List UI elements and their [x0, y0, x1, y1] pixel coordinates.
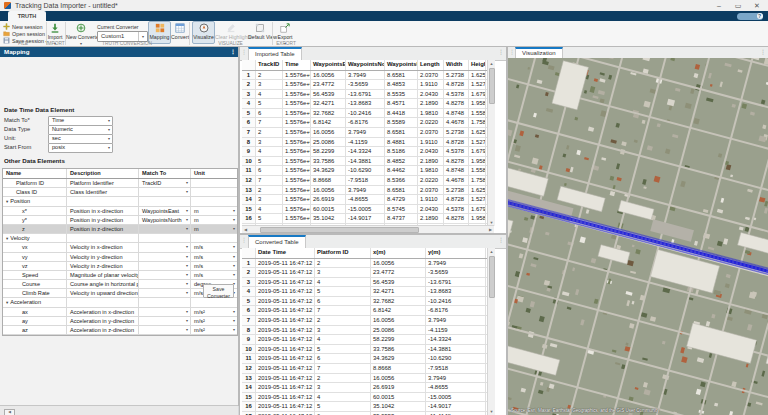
- cell[interactable]: 8.8668: [311, 176, 346, 185]
- cell[interactable]: 8.5186: [385, 147, 418, 156]
- table-row[interactable]: 1651.5576e+0935.1042-14.90178.47372.1890…: [242, 214, 487, 224]
- cell[interactable]: 1.5576e+09: [283, 138, 311, 147]
- cell[interactable]: 1.5576e+09: [283, 195, 311, 204]
- chevron-down-icon[interactable]: ▾: [233, 243, 235, 251]
- unit-cell[interactable]: m▾: [191, 207, 237, 215]
- match-to-cell[interactable]: ▾: [139, 262, 191, 270]
- cell[interactable]: 1.6790: [469, 90, 486, 99]
- cell[interactable]: 1.5576e+09: [283, 80, 311, 89]
- table-row[interactable]: 102019-05-11 16:47:12533.7586-14.3881: [242, 345, 487, 355]
- cell[interactable]: 2019-05-11 16:47:12: [256, 326, 315, 335]
- cell[interactable]: -4.8655: [426, 383, 486, 392]
- column-header[interactable]: Date Time: [256, 248, 315, 258]
- cell[interactable]: 1.6790: [469, 147, 486, 156]
- cell[interactable]: 1.5576e+09: [283, 214, 311, 223]
- cell[interactable]: 1.9580: [469, 214, 486, 223]
- cell[interactable]: 16.0056: [311, 128, 346, 137]
- cell[interactable]: -10.2416: [426, 297, 486, 306]
- cell[interactable]: 4.5378: [444, 90, 469, 99]
- cell[interactable]: -10.6290: [426, 354, 486, 363]
- cell[interactable]: 4.8728: [444, 138, 469, 147]
- cell[interactable]: -13.6791: [346, 90, 385, 99]
- cell[interactable]: 6: [256, 109, 283, 118]
- cell[interactable]: 8.4853: [385, 80, 418, 89]
- match-to-cell[interactable]: ▾: [139, 188, 191, 196]
- cell[interactable]: 1.5576e+09: [283, 128, 311, 137]
- cell[interactable]: 6: [256, 166, 283, 175]
- cell[interactable]: 8.8668: [371, 364, 426, 373]
- table-row[interactable]: 72019-05-11 16:47:12216.00563.7949: [242, 316, 487, 326]
- chevron-down-icon[interactable]: ▾: [233, 253, 235, 261]
- scroll-down-icon[interactable]: ▼: [488, 408, 495, 415]
- collapse-caret-icon[interactable]: ▾: [6, 199, 8, 204]
- table-row[interactable]: 941.5576e+0958.2299-14.33248.51862.04304…: [242, 147, 487, 157]
- cell[interactable]: 56.4539: [311, 90, 346, 99]
- cell[interactable]: 2: [315, 259, 371, 268]
- column-header[interactable]: Platform ID: [315, 248, 371, 258]
- cell[interactable]: 8.6581: [385, 128, 418, 137]
- cell[interactable]: 1.5270: [469, 80, 486, 89]
- chevron-down-icon[interactable]: ▾: [233, 308, 235, 316]
- tab-truth[interactable]: TRUTH: [8, 11, 46, 21]
- mapping-row[interactable]: azAcceleration in z-direction▾m/s²▾: [3, 326, 237, 335]
- scrollbar-thumb[interactable]: [489, 256, 495, 298]
- cell[interactable]: 3: [315, 268, 371, 277]
- cell[interactable]: 5: [315, 345, 371, 354]
- cell[interactable]: 33.7586: [371, 345, 426, 354]
- cell[interactable]: 2.0430: [418, 90, 444, 99]
- table-row[interactable]: 42019-05-11 16:47:12532.4271-13.8683: [242, 287, 487, 297]
- cell[interactable]: -13.6791: [426, 278, 486, 287]
- cell[interactable]: 2: [256, 186, 283, 195]
- chevron-down-icon[interactable]: ▾: [233, 326, 235, 334]
- chevron-down-icon[interactable]: ▾: [108, 126, 110, 134]
- table-row[interactable]: 132019-05-11 16:47:12216.00563.7949: [242, 374, 487, 384]
- cell[interactable]: 4.5378: [444, 147, 469, 156]
- cell[interactable]: 2019-05-11 16:47:12: [256, 393, 315, 402]
- close-icon[interactable]: ✕: [748, 0, 766, 11]
- cell[interactable]: 3.7949: [346, 186, 385, 195]
- cell[interactable]: 56.4539: [371, 278, 426, 287]
- cell[interactable]: 5.2738: [444, 186, 469, 195]
- cell[interactable]: 2.0370: [418, 71, 444, 80]
- cell[interactable]: 2.1890: [418, 99, 444, 108]
- chevron-down-icon[interactable]: ▾: [108, 117, 110, 125]
- cell[interactable]: 8.6581: [385, 186, 418, 195]
- mapping-row[interactable]: vxVelocity in x-direction▾m/s▾: [3, 243, 237, 252]
- cell[interactable]: 33.7586: [311, 157, 346, 166]
- table-row[interactable]: 561.5576e+0932.7682-10.24168.44181.98104…: [242, 109, 487, 119]
- cell[interactable]: 2019-05-11 16:47:12: [256, 287, 315, 296]
- cell[interactable]: 2019-05-11 16:47:12: [256, 345, 315, 354]
- scrollbar-thumb[interactable]: [489, 68, 495, 104]
- cell[interactable]: 4: [315, 278, 371, 287]
- cell[interactable]: 1.5576e+09: [283, 109, 311, 118]
- cell[interactable]: 3: [256, 195, 283, 204]
- mapping-row[interactable]: ayAcceleration in y-direction▾m/s²▾: [3, 317, 237, 326]
- panel-menu-icon[interactable]: ⋮: [498, 48, 504, 55]
- cell[interactable]: 1.5576e+09: [283, 186, 311, 195]
- mapping-row[interactable]: ▾Acceleration: [3, 298, 237, 307]
- cell[interactable]: -3.5659: [426, 268, 486, 277]
- cell[interactable]: 2.0370: [418, 186, 444, 195]
- cell[interactable]: 7: [315, 364, 371, 373]
- chevron-down-icon[interactable]: ▾: [186, 326, 188, 334]
- cell[interactable]: 3.7949: [426, 374, 486, 383]
- cell[interactable]: 1.5270: [469, 138, 486, 147]
- cell[interactable]: 5: [256, 214, 283, 223]
- default-view-button[interactable]: Default View: [248, 22, 271, 43]
- help-button[interactable]: ?: [737, 13, 763, 20]
- cell[interactable]: 2019-05-11 16:47:12: [256, 297, 315, 306]
- cell[interactable]: -4.8655: [346, 195, 385, 204]
- cell[interactable]: 2: [315, 316, 371, 325]
- unit-cell[interactable]: m/s▾: [191, 243, 237, 251]
- cell[interactable]: 7: [256, 118, 283, 127]
- cell[interactable]: -13.8683: [346, 99, 385, 108]
- cell[interactable]: 1.9810: [418, 166, 444, 175]
- table-row[interactable]: 721.5576e+0916.00563.79498.65812.03705.2…: [242, 128, 487, 138]
- cell[interactable]: 8.4881: [385, 138, 418, 147]
- cell[interactable]: 8.4852: [385, 157, 418, 166]
- match-to-cell[interactable]: ▾: [139, 317, 191, 325]
- cell[interactable]: 2019-05-11 16:47:12: [256, 383, 315, 392]
- unit-cell[interactable]: m/s²▾: [191, 326, 237, 334]
- horizontal-scrollbar[interactable]: ◀ ▶: [242, 225, 494, 233]
- cell[interactable]: 2019-05-11 16:47:12: [256, 354, 315, 363]
